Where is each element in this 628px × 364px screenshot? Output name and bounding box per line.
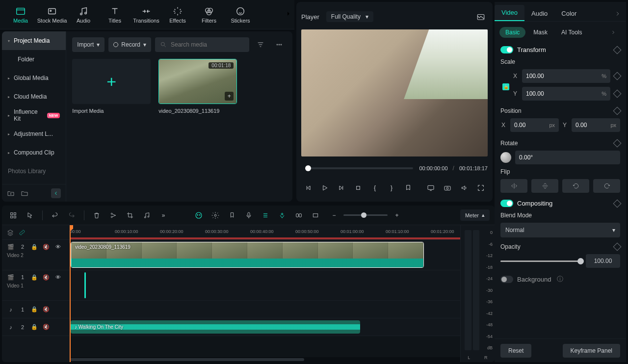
folder-icon[interactable] [21,189,28,197]
marker-icon[interactable] [226,209,238,222]
sidebar-item-folder[interactable]: Folder [2,50,66,69]
track-audio2[interactable]: ♪ Walking On The City [70,318,460,336]
grid-icon[interactable] [7,209,20,222]
track-header-audio1[interactable]: ♪1🔒🔇 [2,301,69,318]
display-button[interactable] [424,181,438,195]
select-tool[interactable] [24,209,36,222]
fullscreen-button[interactable] [474,181,488,195]
tab-media[interactable]: Media [5,0,36,29]
tabs-more-icon[interactable] [609,6,626,21]
tab-audio-props[interactable]: Audio [524,6,554,21]
play-button[interactable] [318,181,332,195]
scale-x-input[interactable]: % [522,69,610,83]
scale-y-input[interactable]: % [522,87,610,101]
mark-in-button[interactable]: { [368,181,382,195]
playhead[interactable] [70,225,71,362]
lock-icon[interactable]: 🔒 [30,323,38,331]
transform-toggle[interactable] [500,46,513,53]
magnet-icon[interactable] [276,209,288,222]
link-icon[interactable] [292,209,305,222]
mute-icon[interactable]: 🔇 [42,323,50,331]
track-header-video1[interactable]: 🎬1🔒🔇👁 Video 1 [2,270,69,301]
timeline-scrollbar[interactable] [70,357,460,362]
tab-color[interactable]: Color [554,6,583,21]
keyframe-diamond-icon[interactable] [613,46,622,54]
help-icon[interactable]: ⓘ [557,275,563,284]
eye-icon[interactable]: 👁 [54,243,62,251]
opacity-value[interactable]: 100.00 [586,254,620,268]
keyframe-panel-button[interactable]: Keyframe Panel [563,344,620,358]
volume-icon[interactable] [457,181,471,195]
tab-transitions[interactable]: Transitions [131,0,162,29]
lock-icon[interactable]: 🔒 [30,273,38,281]
tab-stickers[interactable]: Stickers [225,0,256,29]
lock-icon[interactable]: 🔒 [30,306,38,313]
blend-mode-select[interactable]: Normal▾ [500,223,620,237]
keyframe-diamond-icon[interactable] [613,243,622,251]
track-video2[interactable]: video_20230809_113619 [70,240,460,270]
crop-button[interactable] [124,209,136,222]
position-x-input[interactable]: px [510,118,559,132]
prev-frame-button[interactable] [301,181,315,195]
player-scrubber[interactable] [305,167,413,169]
more-icon[interactable] [272,37,287,52]
new-folder-icon[interactable] [7,189,15,197]
position-y-input[interactable]: px [572,118,620,132]
snapshot-button[interactable] [474,10,488,24]
compositing-toggle[interactable] [500,200,513,207]
track-video1[interactable] [70,270,460,301]
sidebar-item-project-media[interactable]: ▾Project Media [2,31,66,50]
expand-icon[interactable] [309,209,322,222]
keyframe-diamond-icon[interactable] [613,90,622,98]
zoom-in-button[interactable]: + [391,209,403,222]
rotate-cw-button[interactable] [593,179,620,193]
add-to-timeline-icon[interactable]: + [225,92,234,101]
undo-button[interactable] [49,209,61,222]
quality-dropdown[interactable]: Full Quality▾ [326,11,373,22]
timeline-tracks[interactable]: 00:0000:00:10:0000:00:20:0000:00:30:0000… [70,225,460,362]
media-clip-item[interactable]: 00:01:18 + video_20230809_113619 [158,59,237,114]
mic-icon[interactable] [242,209,255,222]
ai-button[interactable] [192,209,205,222]
more-tools-icon[interactable]: » [157,209,170,222]
clip-stub[interactable] [84,272,86,298]
subtab-mask[interactable]: Mask [527,27,553,38]
tab-video[interactable]: Video [495,5,524,21]
mark-out-button[interactable]: } [385,181,398,195]
sidebar-item-compound-clip[interactable]: ▸Compound Clip [2,143,66,162]
split-button[interactable] [107,209,120,222]
eye-icon[interactable]: 👁 [54,273,62,281]
background-toggle[interactable] [500,276,513,283]
mute-icon[interactable]: 🔇 [42,273,50,281]
tab-effects[interactable]: Effects [162,0,193,29]
mute-icon[interactable]: 🔇 [42,243,50,251]
sidebar-item-photos[interactable]: Photos Library [2,162,66,181]
tab-audio[interactable]: Audio [68,0,99,29]
sidebar-item-global-media[interactable]: ▸Global Media [2,69,66,87]
rotate-input[interactable] [515,151,620,164]
video-clip[interactable]: video_20230809_113619 [71,242,424,268]
player-viewport[interactable] [301,29,488,156]
meter-dropdown[interactable]: Meter▴ [460,209,490,221]
track-header-video2[interactable]: 🎬2🔒🔇👁 Video 2 [2,240,69,270]
camera-icon[interactable] [441,181,454,195]
keyframe-diamond-icon[interactable] [613,72,622,80]
sidebar-item-influence-kit[interactable]: ▸Influence KitNEW [2,106,66,125]
zoom-out-button[interactable]: − [328,209,340,222]
tab-filters[interactable]: Filters [193,0,225,29]
search-input[interactable] [155,37,249,52]
redo-button[interactable] [65,209,78,222]
rotate-dial[interactable] [500,152,511,163]
search-field[interactable] [171,41,244,48]
keyframe-diamond-icon[interactable] [613,107,622,115]
collapse-sidebar-button[interactable] [51,188,61,198]
tab-stock-media[interactable]: Stock Media [36,0,68,29]
subtab-basic[interactable]: Basic [499,27,525,38]
subtab-ai-tools[interactable]: AI Tools [555,27,588,38]
track-header-audio2[interactable]: ♪2🔒🔇 [2,318,69,336]
zoom-slider[interactable] [343,214,388,216]
sidebar-item-cloud-media[interactable]: ▸Cloud Media [2,87,66,106]
rotate-ccw-button[interactable] [562,179,589,193]
layers-icon[interactable] [7,229,14,236]
track-audio1[interactable] [70,301,460,318]
